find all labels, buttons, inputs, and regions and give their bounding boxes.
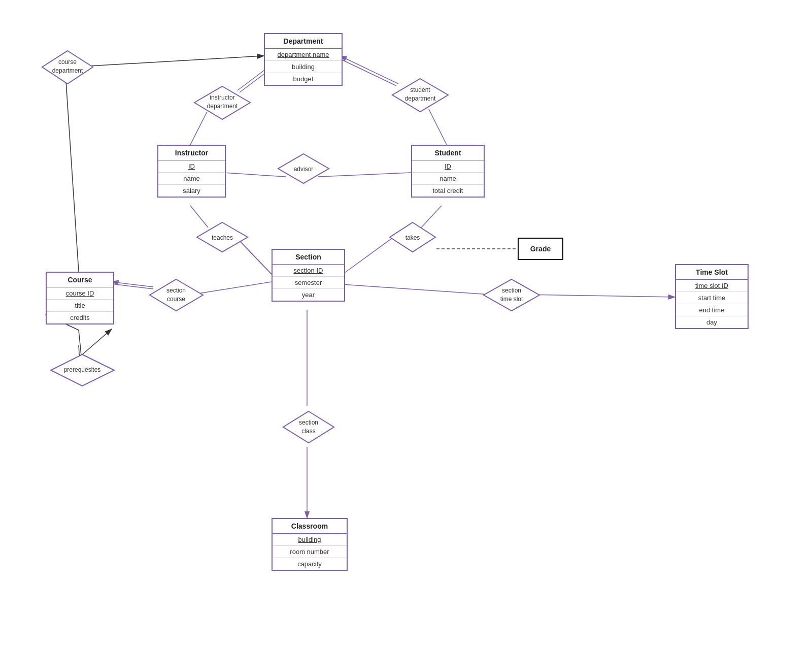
svg-text:takes: takes — [405, 234, 420, 241]
section-course-diamond: section course — [147, 277, 206, 313]
svg-text:class: class — [301, 428, 315, 435]
svg-text:department: department — [405, 95, 436, 102]
course-attr-title: title — [47, 300, 113, 312]
student-attr-id: ID — [412, 160, 484, 173]
svg-text:course: course — [58, 58, 77, 66]
course-attr-id: course ID — [47, 287, 113, 300]
course-department-diamond: course department — [40, 48, 95, 86]
timeslot-entity: Time Slot time slot ID start time end ti… — [675, 264, 749, 329]
course-title: Course — [47, 273, 113, 287]
section-attr-year: year — [273, 289, 344, 301]
prerequesites-diamond: prerequesites — [48, 352, 117, 388]
section-class-diamond: section class — [281, 409, 336, 445]
svg-text:instructor: instructor — [210, 94, 234, 101]
department-title: Department — [265, 34, 342, 49]
department-attr-budget: budget — [265, 73, 342, 85]
takes-diamond: takes — [387, 220, 438, 254]
svg-text:course: course — [167, 296, 185, 303]
svg-text:section: section — [502, 287, 521, 294]
student-attr-credit: total credit — [412, 185, 484, 197]
svg-text:time slot: time slot — [500, 296, 523, 303]
student-department-diamond: student department — [390, 76, 451, 114]
classroom-attr-capacity: capacity — [273, 558, 347, 570]
timeslot-attr-start: start time — [676, 292, 748, 304]
section-entity: Section section ID semester year — [272, 249, 345, 302]
classroom-attr-building: building — [273, 534, 347, 546]
svg-text:section: section — [299, 419, 318, 426]
svg-text:student: student — [410, 86, 430, 93]
svg-text:advisor: advisor — [294, 166, 314, 173]
instructor-department-diamond: instructor department — [192, 84, 253, 122]
department-entity: Department department name building budg… — [264, 33, 343, 86]
section-attr-semester: semester — [273, 277, 344, 289]
svg-text:prerequesites: prerequesites — [64, 366, 101, 373]
teaches-diamond: teaches — [194, 220, 250, 254]
timeslot-attr-id: time slot ID — [676, 280, 748, 292]
instructor-attr-name: name — [158, 173, 225, 185]
grade-title: Grade — [528, 243, 553, 255]
course-attr-credits: credits — [47, 312, 113, 323]
instructor-entity: Instructor ID name salary — [157, 145, 226, 198]
student-title: Student — [412, 146, 484, 160]
instructor-attr-id: ID — [158, 160, 225, 173]
svg-marker-45 — [150, 279, 203, 311]
svg-marker-48 — [484, 279, 539, 311]
instructor-attr-salary: salary — [158, 185, 225, 197]
timeslot-title: Time Slot — [676, 265, 748, 280]
advisor-diamond: advisor — [276, 151, 331, 186]
svg-text:section: section — [166, 287, 186, 294]
svg-text:teaches: teaches — [212, 234, 233, 241]
section-timeslot-diamond: section time slot — [481, 277, 542, 313]
student-entity: Student ID name total credit — [411, 145, 485, 198]
student-attr-name: name — [412, 173, 484, 185]
section-title: Section — [273, 250, 344, 265]
classroom-title: Classroom — [273, 519, 347, 534]
section-attr-id: section ID — [273, 265, 344, 277]
classroom-attr-room: room number — [273, 546, 347, 558]
classroom-entity: Classroom building room number capacity — [272, 518, 348, 571]
grade-entity: Grade — [518, 238, 563, 260]
department-attr-building: building — [265, 61, 342, 73]
svg-marker-51 — [283, 411, 334, 443]
svg-text:department: department — [52, 67, 83, 74]
svg-text:department: department — [207, 103, 238, 110]
course-entity: Course course ID title credits — [46, 272, 114, 324]
department-attr-name: department name — [265, 49, 342, 61]
timeslot-attr-day: day — [676, 316, 748, 328]
instructor-title: Instructor — [158, 146, 225, 160]
timeslot-attr-end: end time — [676, 304, 748, 316]
